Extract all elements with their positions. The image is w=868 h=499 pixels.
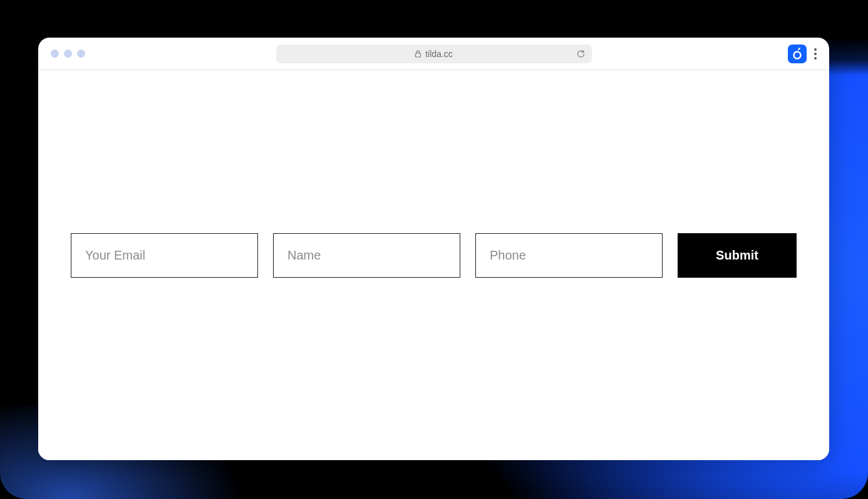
- url-bar[interactable]: tilda.cc: [276, 45, 592, 63]
- url-text: tilda.cc: [425, 49, 453, 59]
- toolbar-right-controls: [788, 45, 819, 63]
- contact-form: Submit: [71, 233, 797, 278]
- lock-icon: [415, 50, 421, 58]
- window-minimize-dot[interactable]: [64, 50, 72, 58]
- email-field[interactable]: [71, 233, 258, 278]
- window-traffic-lights: [51, 50, 85, 58]
- browser-toolbar: tilda.cc: [38, 38, 829, 70]
- tilda-app-badge[interactable]: [788, 45, 807, 63]
- browser-window: tilda.cc Submi: [38, 38, 829, 460]
- window-maximize-dot[interactable]: [77, 50, 85, 58]
- submit-button[interactable]: Submit: [678, 233, 797, 278]
- svg-point-1: [794, 51, 801, 58]
- svg-rect-0: [416, 53, 421, 57]
- phone-field[interactable]: [475, 233, 663, 278]
- refresh-icon[interactable]: [576, 49, 586, 58]
- kebab-menu-icon[interactable]: [812, 46, 819, 62]
- page-content: Submit: [38, 70, 829, 460]
- window-close-dot[interactable]: [51, 50, 59, 58]
- name-field[interactable]: [273, 233, 460, 278]
